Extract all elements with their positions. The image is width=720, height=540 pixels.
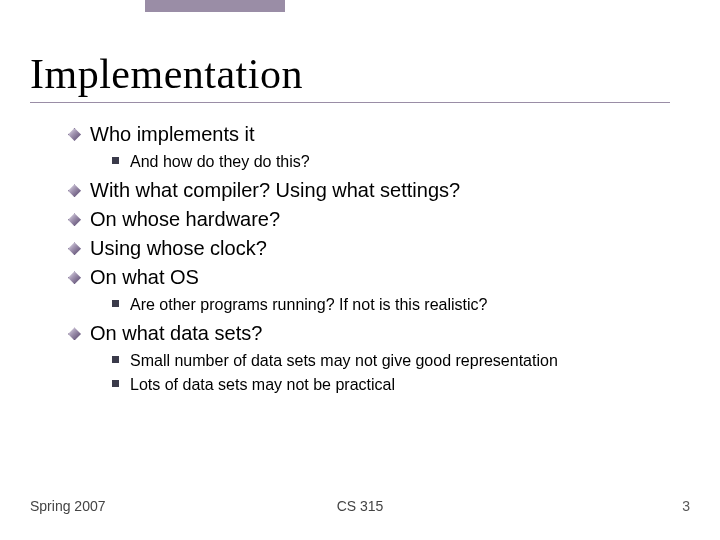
list-item: Small number of data sets may not give g… [112,349,690,372]
list-item: And how do they do this? [112,150,690,173]
sub-bullet-list: Are other programs running? If not is th… [90,293,690,316]
list-item: Who implements it And how do they do thi… [68,121,690,173]
list-item: Are other programs running? If not is th… [112,293,690,316]
bullet-text: Using whose clock? [90,237,267,259]
bullet-list: Who implements it And how do they do thi… [68,121,690,396]
footer-page-number: 3 [682,498,690,514]
list-item: On what OS Are other programs running? I… [68,264,690,316]
sub-bullet-list: And how do they do this? [90,150,690,173]
title-underline [30,102,670,103]
bullet-text: And how do they do this? [130,153,310,170]
decorative-top-bar [145,0,285,12]
bullet-text: With what compiler? Using what settings? [90,179,460,201]
bullet-text: Are other programs running? If not is th… [130,296,488,313]
bullet-text: Who implements it [90,123,255,145]
list-item: On what data sets? Small number of data … [68,320,690,395]
footer-center: CS 315 [337,498,384,514]
sub-bullet-list: Small number of data sets may not give g… [90,349,690,395]
list-item: Using whose clock? [68,235,690,262]
footer-left: Spring 2007 [30,498,106,514]
bullet-text: Small number of data sets may not give g… [130,352,558,369]
list-item: Lots of data sets may not be practical [112,373,690,396]
slide-content: Who implements it And how do they do thi… [30,121,690,396]
list-item: With what compiler? Using what settings? [68,177,690,204]
slide-title: Implementation [30,50,690,98]
bullet-text: Lots of data sets may not be practical [130,376,395,393]
slide: Implementation Who implements it And how… [0,0,720,540]
bullet-text: On what data sets? [90,322,262,344]
slide-footer: Spring 2007 CS 315 3 [30,498,690,514]
bullet-text: On whose hardware? [90,208,280,230]
list-item: On whose hardware? [68,206,690,233]
bullet-text: On what OS [90,266,199,288]
